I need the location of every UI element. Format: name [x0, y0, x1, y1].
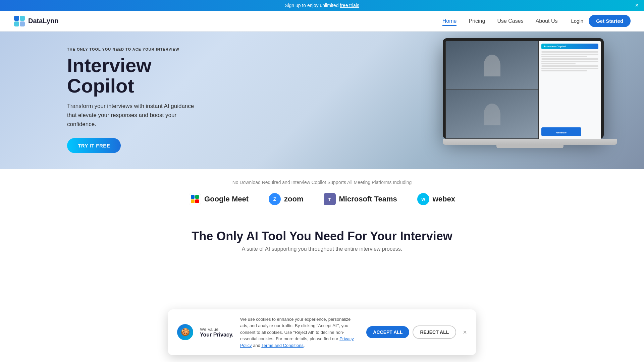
platforms-subtitle: No Download Required and Interview Copil… — [13, 180, 631, 185]
laptop-screen: Interview Copilot Generate — [445, 41, 601, 139]
platform-logos: Google Meet Z zoom T Microsoft Teams W w… — [13, 193, 631, 205]
copilot-text-lines — [541, 51, 598, 71]
webex-label: webex — [433, 195, 455, 203]
text-line-5 — [541, 61, 598, 62]
video-grid — [445, 41, 539, 139]
section-title: The Only AI Tool You Need For Your Inter… — [13, 229, 631, 243]
svg-rect-4 — [189, 193, 201, 205]
svg-rect-5 — [191, 195, 195, 199]
hero-content: THE ONLY TOOL YOU NEED TO ACE YOUR INTER… — [67, 47, 195, 153]
text-line-1 — [541, 51, 598, 53]
hero-subtitle: Transform your interviews with instant A… — [67, 102, 195, 129]
logo-icon — [13, 15, 25, 27]
svg-text:W: W — [421, 197, 425, 202]
nav-links: Home Pricing Use Cases About Us — [442, 18, 558, 24]
teams-logo: T Microsoft Teams — [324, 193, 397, 205]
laptop-stand — [496, 145, 564, 148]
video-cell-1 — [445, 41, 539, 90]
try-free-button[interactable]: TRY IT FREE — [67, 138, 121, 153]
laptop-base — [443, 139, 617, 145]
teams-label: Microsoft Teams — [339, 195, 397, 203]
section-subtitle: A suite of AI supporting you throughout … — [13, 246, 631, 252]
top-banner: Sign up to enjoy unlimited free trials × — [0, 0, 644, 11]
nav-about-us[interactable]: About Us — [536, 18, 558, 25]
laptop-video-area — [445, 41, 539, 139]
nav-use-cases[interactable]: Use Cases — [497, 18, 523, 25]
logo-text: DataLynn — [28, 17, 58, 25]
svg-rect-0 — [14, 16, 19, 21]
hero-tag: THE ONLY TOOL YOU NEED TO ACE YOUR INTER… — [67, 47, 195, 51]
svg-rect-8 — [195, 199, 199, 203]
banner-link[interactable]: free trials — [340, 3, 359, 8]
get-started-button[interactable]: Get Started — [589, 15, 631, 27]
google-meet-label: Google Meet — [204, 195, 249, 203]
webex-icon: W — [417, 193, 429, 205]
text-line-8 — [541, 68, 598, 69]
webex-logo: W webex — [417, 193, 455, 205]
main-nav: DataLynn Home Pricing Use Cases About Us… — [0, 11, 644, 32]
login-button[interactable]: Login — [571, 18, 583, 24]
video-cell-2 — [445, 90, 539, 139]
zoom-logo: Z zoom — [269, 193, 303, 205]
platforms-section: No Download Required and Interview Copil… — [0, 169, 644, 216]
zoom-label: zoom — [284, 195, 303, 203]
text-line-6 — [541, 63, 576, 64]
banner-close-button[interactable]: × — [635, 2, 639, 9]
text-line-2 — [541, 54, 598, 55]
text-line-9 — [541, 70, 587, 71]
google-meet-logo: Google Meet — [189, 193, 249, 205]
section-heading: The Only AI Tool You Need For Your Inter… — [0, 216, 644, 255]
nav-right: Login Get Started — [571, 15, 631, 27]
svg-text:Z: Z — [273, 196, 276, 202]
svg-rect-3 — [20, 21, 25, 26]
hero-title: Interview Copilot — [67, 55, 195, 96]
hero-title-line1: Interview — [67, 54, 151, 76]
copilot-header-bar: Interview Copilot — [541, 44, 598, 49]
generate-btn-mockup: Generate — [541, 127, 581, 136]
laptop-copilot-panel: Interview Copilot Generate — [539, 41, 601, 139]
logo[interactable]: DataLynn — [13, 15, 58, 27]
hero-section: Interview Copilot Generate — [0, 32, 644, 169]
nav-pricing[interactable]: Pricing — [469, 18, 485, 25]
banner-text: Sign up to enjoy unlimited — [285, 3, 340, 8]
svg-rect-6 — [195, 195, 199, 199]
svg-rect-2 — [14, 21, 19, 26]
svg-rect-7 — [191, 199, 195, 203]
hero-laptop-mockup: Interview Copilot Generate — [443, 38, 617, 162]
text-line-4 — [541, 58, 598, 60]
text-line-7 — [541, 65, 598, 67]
svg-text:T: T — [328, 197, 331, 202]
google-meet-icon — [189, 193, 201, 205]
nav-home[interactable]: Home — [442, 18, 457, 26]
zoom-icon: Z — [269, 193, 281, 205]
svg-rect-1 — [20, 16, 25, 21]
teams-icon: T — [324, 193, 336, 205]
text-line-3 — [541, 56, 587, 57]
laptop-outer: Interview Copilot Generate — [443, 38, 604, 139]
hero-title-line2: Copilot — [67, 75, 134, 97]
